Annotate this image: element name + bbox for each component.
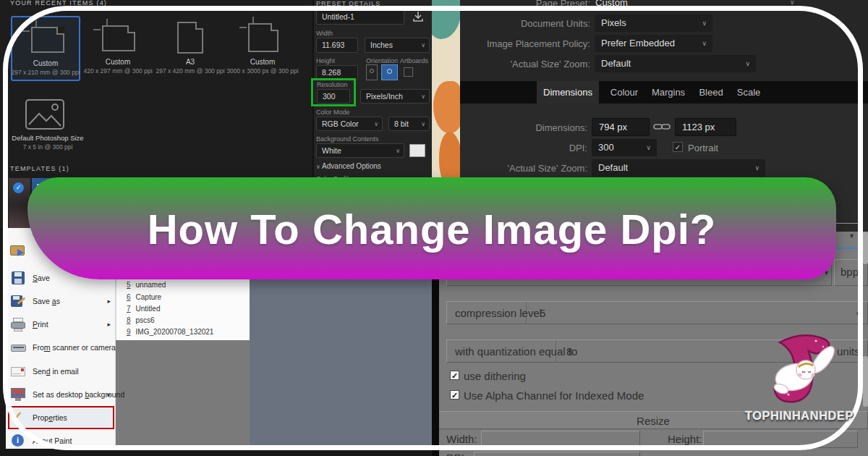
width-label: Width [316,30,333,37]
artboards-checkbox[interactable] [404,67,413,77]
chevron-down-icon: ∨ [421,90,425,104]
alpha-channel-checkbox[interactable]: ✓ [450,390,459,400]
tab-dimensions[interactable]: Dimensions [537,81,599,104]
compression-level-row[interactable]: compression level 5 ▼ [446,301,868,324]
preset-dims: 7 x 5 in @ 300 ppi [7,143,88,151]
preset-dims: 3000 x 3000 px @ 300 ppi [214,67,311,75]
preset-card-default-size[interactable]: Default Photoshop Size 7 x 5 in @ 300 pp… [7,96,88,153]
actual-size-zoom-dropdown-2[interactable]: Default ∨ [592,159,765,177]
page-title: How To Change Image Dpi? [27,205,836,253]
resize-width-label: Width: [446,433,477,445]
tab-colour[interactable]: Colour [602,81,647,104]
resolution-unit-dropdown[interactable]: Pixels/Inch ∨ [360,89,430,104]
preset-title: Custom [83,58,153,66]
chevron-down-icon: ∨ [374,117,378,131]
print-icon [10,317,27,332]
image-placement-label: Image Placement Policy: [434,38,590,49]
menu-item-scanner[interactable]: From scanner or camera [7,338,114,358]
tab-bleed[interactable]: Bleed [692,81,731,104]
open-folder-icon[interactable] [10,243,27,258]
compression-level-label: compression level [455,307,542,319]
preset-details-header: PRESET DETAILS [316,0,380,7]
document-name-input[interactable]: Untitled-1 [316,9,404,25]
watermark-logo: TOPHINHANHDEP [738,329,861,431]
save-as-icon [10,294,27,309]
background-contents-dropdown[interactable]: White ∨ [316,143,404,158]
use-dithering-checkbox[interactable]: ✓ [450,371,459,380]
dimensions-label: Dimensions: [434,122,587,133]
menu-item-save-as[interactable]: Save as ▸ [7,292,114,312]
scrollbar-thumb[interactable] [863,232,868,264]
dimension-height-input[interactable]: 1123 px [675,118,736,136]
gray-background-block [116,340,250,449]
tab-margins[interactable]: Margins [644,81,693,104]
recent-file-item[interactable]: 7Untitled [127,305,160,313]
preset-card-custom-3000[interactable]: Custom 3000 x 3000 px @ 300 ppi [228,16,297,81]
chevron-down-icon: ∨ [646,139,651,156]
quantization-value: 8 [566,345,572,358]
desktop-background-icon [10,387,27,402]
image-placement-dropdown[interactable]: Prefer Embedded ∨ [595,35,712,52]
chevron-down-icon: ∨ [790,0,795,6]
orientation-landscape-icon[interactable] [381,64,398,80]
chevron-down-icon: ∨ [702,14,707,32]
link-icon[interactable] [653,122,671,131]
menu-item-about[interactable]: i About Paint [7,431,114,452]
save-icon [10,271,27,286]
chevron-down-icon: ∨ [754,159,760,177]
width-unit-dropdown[interactable]: Inches ∨ [365,38,430,53]
dpi-label: DPI: [434,143,587,153]
width-input[interactable]: 11.693 [316,38,358,53]
menu-item-desktop-background[interactable]: Set as desktop background ▸ [7,385,114,405]
chevron-down-icon: ∨ [396,144,400,158]
alpha-channel-label: Use Alpha Channel for Indexed Mode [464,389,644,402]
resize-dpi-input[interactable] [474,452,640,456]
orientation-label: Orientation [366,57,398,64]
menu-item-email[interactable]: Send in email [7,362,114,382]
chevron-down-icon: ∨ [745,55,750,72]
actual-size-zoom-dropdown[interactable]: Default ∨ [595,55,756,72]
dropdown-arrow-icon: ▼ [848,232,855,240]
bit-depth-dropdown[interactable]: 8 bit ∨ [388,117,430,131]
document-units-dropdown[interactable]: Pixels ∨ [595,14,712,32]
watermark-text: TOPHINHANHDEP [738,409,861,423]
color-mode-dropdown[interactable]: RGB Color ∨ [316,117,383,131]
recent-file-item[interactable]: 9IMG_20200708_132021 [127,328,213,336]
rabbit-logo-icon [738,329,861,409]
document-icon [177,22,203,54]
submenu-arrow-icon: ▸ [107,391,111,398]
dpi-dropdown[interactable]: 300 ∨ [592,139,657,156]
scanner-icon [10,340,27,355]
resize-height-label: Height: [668,433,702,445]
compression-level-value: 5 [540,307,545,319]
menu-item-print[interactable]: Print ▸ [7,315,114,335]
email-icon [10,364,27,379]
actual-size-zoom-label: 'Actual Size' Zoom: [434,59,590,69]
bpp-label: bpp [841,266,859,278]
preset-title: Custom [12,59,79,67]
portrait-checkbox[interactable]: ✓ [673,142,683,152]
chevron-down-icon: ∨ [421,38,425,52]
orientation-portrait-icon[interactable] [366,64,378,80]
tab-scale[interactable]: Scale [729,81,768,104]
background-contents-label: Background Contents [316,135,379,143]
scrollbar-thumb[interactable] [863,356,868,407]
resolution-input[interactable]: 300 [317,89,350,104]
document-icon [102,25,135,51]
recent-items-header: YOUR RECENT ITEMS (4) [10,0,107,7]
dimension-width-input[interactable]: 794 px [592,118,650,136]
recent-file-item[interactable]: 8pscs6 [127,316,155,324]
menu-item-properties[interactable]: ✓ Properties [7,408,114,428]
resize-height-input[interactable] [703,431,858,448]
save-preset-icon[interactable] [412,10,425,23]
recent-file-item[interactable]: 5unnamed [127,281,166,289]
properties-check-icon: ✓ [10,410,27,426]
recent-file-item[interactable]: 6Capture [127,293,161,301]
document-units-label: Document Units: [434,18,590,29]
page-preset-value[interactable]: Custom [595,0,628,8]
chevron-down-icon: ∨ [702,35,707,52]
advanced-options-toggle[interactable]: ∨ Advanced Options [316,162,381,170]
preferences-tabbar: Dimensions Colour Margins Bleed Scale [460,81,868,104]
resize-width-input[interactable] [481,431,640,448]
background-color-swatch[interactable] [409,144,425,157]
